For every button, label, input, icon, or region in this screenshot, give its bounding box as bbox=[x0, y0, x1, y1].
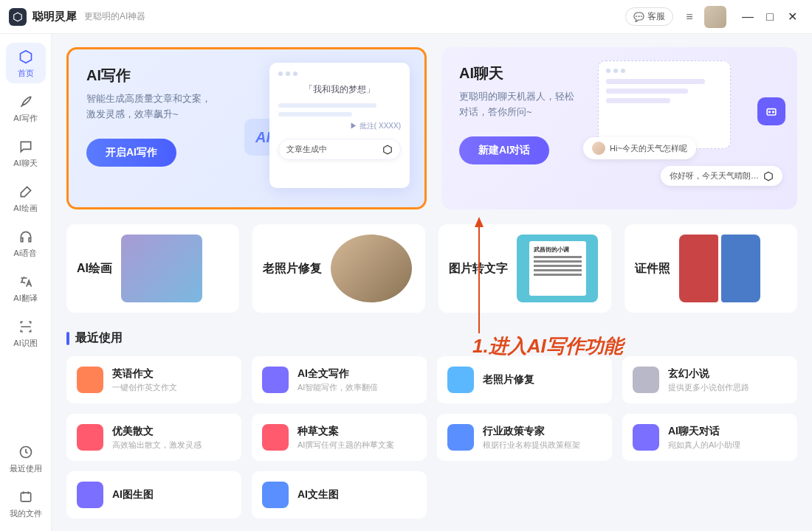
recent-title: AI全文写作 bbox=[297, 367, 416, 381]
recent-item[interactable]: 玄幻小说 提供更多小说创作思路 bbox=[622, 356, 797, 403]
recent-title: 玄幻小说 bbox=[668, 367, 787, 381]
app-logo-icon bbox=[9, 8, 27, 26]
user-avatar[interactable] bbox=[704, 6, 726, 28]
sidebar-item-ocr[interactable]: AI识图 bbox=[6, 313, 46, 353]
svg-rect-3 bbox=[21, 493, 30, 502]
recent-item[interactable]: AI全文写作 AI智能写作，效率翻倍 bbox=[252, 356, 427, 403]
hero-card-chat[interactable]: AI聊天 更聪明的聊天机器人，轻松 对话，答你所问~ 新建AI对话 Hi~今天的… bbox=[441, 47, 797, 209]
avatar-icon bbox=[592, 142, 605, 155]
recent-sub: AI智能写作，效率翻倍 bbox=[297, 382, 416, 393]
hexagon-icon bbox=[763, 171, 774, 181]
recent-icon bbox=[633, 424, 659, 451]
recent-item[interactable]: 英语作文 一键创作英文作文 bbox=[66, 356, 241, 403]
recent-title: 优美散文 bbox=[112, 425, 231, 438]
scan-icon bbox=[18, 319, 34, 335]
main-content: AI写作 智能生成高质量文章和文案， 激发灵感，效率飙升~ 开启AI写作 AI … bbox=[52, 34, 812, 531]
hero-writing-desc: 智能生成高质量文章和文案， 激发灵感，效率飙升~ bbox=[86, 91, 234, 122]
recent-icon bbox=[447, 424, 474, 451]
title-bar: 聪明灵犀 更聪明的AI神器 💬 客服 ≡ — □ ✕ bbox=[0, 0, 812, 34]
ocr-thumb: 武昌街的小调 bbox=[517, 235, 598, 302]
recent-sub: 根据行业名称提供政策框架 bbox=[483, 440, 602, 451]
recent-icon bbox=[262, 482, 289, 508]
svg-point-6 bbox=[769, 111, 771, 113]
recent-sub: 提供更多小说创作思路 bbox=[668, 382, 787, 393]
id-thumb bbox=[679, 235, 760, 302]
feather-icon bbox=[18, 94, 34, 110]
start-writing-button[interactable]: 开启AI写作 bbox=[86, 139, 176, 167]
writing-preview: AI 「我和我的梦想」 ▶ 批注( XXXX) 文章生成中 bbox=[247, 63, 410, 195]
recent-sub: 一键创作英文作文 bbox=[112, 382, 231, 393]
clock-icon bbox=[18, 444, 34, 460]
app-tagline: 更聪明的AI神器 bbox=[84, 10, 145, 23]
folder-icon bbox=[18, 489, 34, 505]
paint-thumb bbox=[121, 235, 202, 302]
feature-paint[interactable]: AI绘画 bbox=[66, 224, 239, 313]
sidebar: 首页 AI写作 AI聊天 AI绘画 Ai语音 AI翻译 AI识图 最近使用 我的… bbox=[0, 34, 52, 531]
sidebar-item-chat[interactable]: AI聊天 bbox=[6, 133, 46, 173]
sidebar-item-translate[interactable]: AI翻译 bbox=[6, 268, 46, 308]
recent-item[interactable]: AI聊天对话 宛如真人的AI小助理 bbox=[622, 414, 797, 461]
sidebar-item-home[interactable]: 首页 bbox=[6, 43, 46, 83]
recent-item[interactable]: 老照片修复 bbox=[437, 356, 612, 403]
recent-icon bbox=[77, 482, 103, 508]
recent-title: AI文生图 bbox=[297, 488, 416, 502]
sidebar-item-writing[interactable]: AI写作 bbox=[6, 88, 46, 128]
svg-marker-0 bbox=[14, 13, 22, 21]
customer-service-button[interactable]: 💬 客服 bbox=[625, 7, 673, 26]
recent-item[interactable]: 优美散文 高效输出散文，激发灵感 bbox=[66, 414, 241, 461]
recent-sub: 宛如真人的AI小助理 bbox=[668, 440, 787, 451]
recent-item[interactable]: 种草文案 AI撰写任何主题的种草文案 bbox=[252, 414, 427, 461]
recent-sub: 高效输出散文，激发灵感 bbox=[112, 440, 231, 451]
recent-title: 老照片修复 bbox=[483, 373, 602, 386]
maximize-button[interactable]: □ bbox=[759, 10, 781, 24]
svg-marker-8 bbox=[765, 172, 773, 181]
hexagon-icon bbox=[382, 145, 393, 155]
recent-icon bbox=[262, 424, 289, 451]
brush-icon bbox=[18, 184, 34, 200]
recent-title: 行业政策专家 bbox=[483, 425, 602, 438]
recent-item[interactable]: AI文生图 bbox=[252, 471, 427, 518]
svg-point-7 bbox=[773, 111, 774, 113]
svg-marker-4 bbox=[384, 145, 392, 154]
recent-title: AI图生图 bbox=[112, 488, 231, 502]
hero-chat-desc: 更聪明的聊天机器人，轻松 对话，答你所问~ bbox=[459, 89, 607, 120]
feature-ocr[interactable]: 图片转文字 武昌街的小调 bbox=[438, 224, 611, 313]
chat-preview: Hi~今天的天气怎样呢 你好呀，今天天气晴朗… bbox=[598, 60, 782, 193]
photo-thumb bbox=[331, 235, 412, 302]
sidebar-item-voice[interactable]: Ai语音 bbox=[6, 223, 46, 263]
recent-icon bbox=[77, 367, 103, 393]
recent-title: 种草文案 bbox=[297, 425, 416, 438]
headphone-icon bbox=[18, 229, 34, 245]
hamburger-menu-icon[interactable]: ≡ bbox=[681, 10, 698, 24]
recent-icon bbox=[447, 367, 474, 393]
translate-icon bbox=[18, 274, 34, 290]
minimize-button[interactable]: — bbox=[737, 10, 759, 24]
recent-title: AI聊天对话 bbox=[668, 425, 787, 438]
home-icon bbox=[18, 49, 34, 65]
recent-icon bbox=[262, 367, 289, 393]
hero-card-writing[interactable]: AI写作 智能生成高质量文章和文案， 激发灵感，效率飙升~ 开启AI写作 AI … bbox=[66, 47, 427, 209]
app-name: 聪明灵犀 bbox=[32, 10, 77, 24]
feature-photo-restore[interactable]: 老照片修复 bbox=[252, 224, 425, 313]
recent-icon bbox=[633, 367, 659, 393]
recent-title: 英语作文 bbox=[112, 367, 231, 381]
sidebar-item-files[interactable]: 我的文件 bbox=[6, 483, 46, 524]
recent-item[interactable]: AI图生图 bbox=[66, 471, 241, 518]
chat-bubble-icon: 💬 bbox=[633, 12, 644, 22]
svg-marker-1 bbox=[20, 51, 31, 63]
chat-icon bbox=[18, 139, 34, 155]
recent-icon bbox=[77, 424, 103, 451]
bot-icon bbox=[757, 97, 785, 125]
close-button[interactable]: ✕ bbox=[781, 10, 803, 24]
recent-item[interactable]: 行业政策专家 根据行业名称提供政策框架 bbox=[437, 414, 612, 461]
new-chat-button[interactable]: 新建AI对话 bbox=[459, 136, 549, 164]
recent-sub: AI撰写任何主题的种草文案 bbox=[297, 440, 416, 451]
sidebar-item-recent[interactable]: 最近使用 bbox=[6, 438, 46, 479]
feature-id-photo[interactable]: 证件照 bbox=[625, 224, 797, 313]
recent-section-title: 最近使用 bbox=[66, 330, 797, 346]
sidebar-item-paint[interactable]: AI绘画 bbox=[6, 178, 46, 218]
